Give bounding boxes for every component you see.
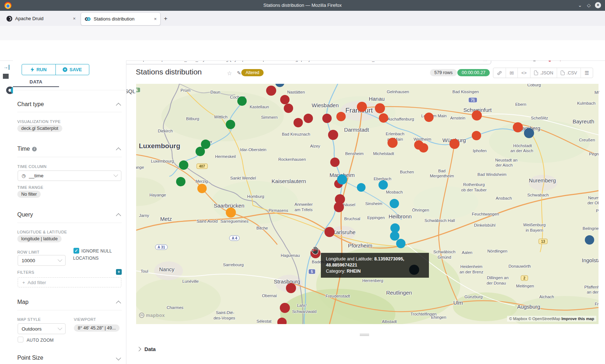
- scatter-point[interactable]: [330, 158, 340, 167]
- add-filter-plus-button[interactable]: +: [116, 269, 122, 275]
- mapbox-logo[interactable]: m mapbox: [139, 313, 165, 318]
- tab-data[interactable]: DATA: [13, 79, 59, 85]
- map-style-select[interactable]: Outdoors: [18, 323, 66, 334]
- tab-close-icon[interactable]: ×: [154, 16, 157, 22]
- lonlat-value[interactable]: longitude | latitude: [17, 235, 62, 242]
- attribution-mapbox[interactable]: © Mapbox: [509, 317, 527, 321]
- map-label: Nuremberg: [529, 177, 556, 183]
- scatter-point[interactable]: [284, 104, 293, 113]
- panel-resize-handle[interactable]: [360, 334, 369, 335]
- map-label: Pirmasens: [269, 208, 288, 213]
- scatter-point[interactable]: [378, 180, 388, 190]
- window-restore-icon[interactable]: ◇: [587, 3, 591, 8]
- scatter-point[interactable]: [293, 118, 303, 127]
- scatter-point[interactable]: [379, 113, 388, 123]
- scatter-point[interactable]: [226, 120, 235, 129]
- tab-underline: [13, 86, 59, 87]
- chevron-down-icon[interactable]: [116, 355, 121, 360]
- attribution-osm[interactable]: © OpenStreetMap: [528, 317, 560, 321]
- scatter-point[interactable]: [472, 131, 481, 140]
- export-json-button[interactable]: .JSON: [530, 68, 557, 78]
- time-range-value[interactable]: No filter: [17, 191, 41, 198]
- scatter-point[interactable]: [419, 143, 428, 153]
- deckgl-scatter-map[interactable]: PrümDaunCochemKastellaunSimmernBitburgWi…: [136, 84, 599, 324]
- tab-apache-druid[interactable]: Apache Druid ×: [3, 12, 79, 25]
- altered-badge[interactable]: Altered: [241, 69, 264, 76]
- collapse-panel-icon[interactable]: →|: [3, 64, 10, 70]
- map-label: Aalen: [462, 250, 472, 255]
- export-csv-button[interactable]: .CSV: [557, 68, 581, 78]
- map-label: Iphofen: [473, 149, 487, 153]
- scatter-point[interactable]: [524, 128, 534, 138]
- favorite-star-icon[interactable]: ☆: [227, 70, 232, 77]
- section-query[interactable]: Query: [17, 211, 33, 218]
- embed-code-button[interactable]: <>: [517, 68, 530, 78]
- chevron-up-icon[interactable]: [116, 147, 121, 153]
- scatter-point[interactable]: [390, 199, 399, 208]
- scatter-point[interactable]: [375, 103, 385, 113]
- scatter-point[interactable]: [237, 96, 247, 106]
- map-label: Donauwörth: [508, 264, 531, 268]
- run-button[interactable]: RUN: [22, 64, 55, 75]
- scatter-point[interactable]: [280, 95, 290, 104]
- scatter-point[interactable]: [513, 122, 523, 132]
- map-label: Luxembourg: [151, 159, 174, 163]
- scatter-point[interactable]: [196, 147, 205, 156]
- new-tab-button[interactable]: +: [164, 15, 167, 22]
- row-limit-select[interactable]: 10000: [18, 255, 66, 266]
- scatter-point[interactable]: [472, 110, 482, 120]
- add-filter-box[interactable]: + Add filter: [18, 277, 121, 287]
- copy-link-button[interactable]: [493, 68, 506, 78]
- time-column-select[interactable]: ◷ __time: [18, 170, 121, 181]
- window-minimize-icon[interactable]: ⌄: [578, 3, 582, 8]
- scatter-point[interactable]: [322, 114, 332, 123]
- tab-stations-distribution[interactable]: Stations distribution ×: [81, 12, 161, 26]
- auto-zoom-checkbox[interactable]: [18, 337, 23, 342]
- scatter-point[interactable]: [585, 235, 594, 245]
- viewport-value[interactable]: 8° 46' 45.28" | 49...: [74, 324, 120, 332]
- viz-type-value[interactable]: deck.gl Scatterplot: [17, 125, 62, 132]
- section-time[interactable]: Timei: [17, 146, 37, 152]
- scatter-point[interactable]: [357, 183, 366, 192]
- scatter-point[interactable]: [357, 102, 367, 112]
- tab-close-icon[interactable]: ×: [73, 16, 76, 21]
- scatter-point[interactable]: [266, 86, 276, 96]
- scatter-point[interactable]: [280, 303, 290, 313]
- scatter-point[interactable]: [396, 239, 405, 248]
- chevron-up-icon[interactable]: [116, 301, 121, 306]
- section-point-size[interactable]: Point Size: [17, 355, 43, 361]
- map-label: Schwäbisch Hall: [425, 218, 455, 223]
- edit-pencil-icon[interactable]: ✎: [237, 70, 241, 76]
- scatter-point[interactable]: [328, 130, 338, 140]
- chart-menu-button[interactable]: ☰: [581, 68, 593, 78]
- scatter-point[interactable]: [387, 138, 398, 148]
- map-label: Bad Windsheim: [478, 172, 507, 177]
- chevron-up-icon[interactable]: [116, 103, 121, 108]
- email-button[interactable]: ✉: [506, 68, 517, 78]
- scatter-point[interactable]: [324, 227, 335, 237]
- scatter-point[interactable]: [197, 184, 207, 193]
- section-map[interactable]: Map: [17, 299, 28, 305]
- ignore-null-checkbox[interactable]: ✓: [73, 248, 79, 254]
- scatter-point[interactable]: [334, 202, 344, 212]
- scatter-point[interactable]: [286, 283, 296, 293]
- lightning-icon: [31, 67, 34, 72]
- section-chart-type[interactable]: Chart type: [17, 101, 44, 108]
- scatter-point[interactable]: [449, 139, 460, 149]
- chevron-up-icon[interactable]: [116, 213, 121, 218]
- scatter-point[interactable]: [176, 177, 185, 186]
- save-button[interactable]: + SAVE: [55, 64, 89, 75]
- scatter-point[interactable]: [337, 174, 347, 185]
- chevron-right-icon[interactable]: [136, 347, 141, 351]
- map-label: der Aisch: [496, 163, 512, 167]
- scatter-point[interactable]: [179, 160, 188, 170]
- dataset-grid-icon[interactable]: [3, 74, 9, 79]
- scatter-point[interactable]: [304, 114, 313, 123]
- window-close-icon[interactable]: ×: [595, 2, 601, 8]
- scatter-point[interactable]: [336, 112, 346, 121]
- attribution-improve-link[interactable]: Improve this map: [561, 317, 594, 321]
- scatter-point[interactable]: [226, 208, 236, 218]
- scatter-point[interactable]: [424, 113, 434, 122]
- map-label: Hayange: [149, 193, 166, 197]
- data-panel-toggle[interactable]: Data: [144, 346, 156, 352]
